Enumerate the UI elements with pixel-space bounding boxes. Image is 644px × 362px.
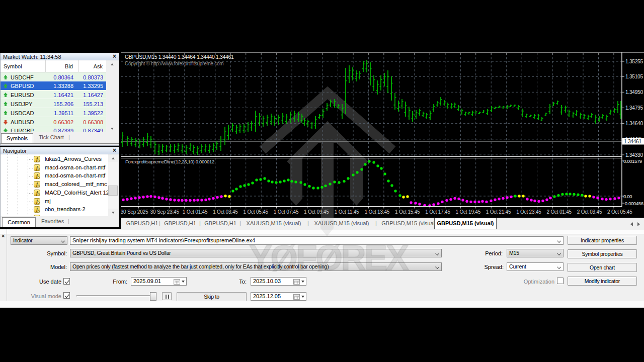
svg-text:-0.000456: -0.000456 [623,201,643,206]
svg-text:1 Oct 19:45: 1 Oct 19:45 [456,209,481,215]
svg-text:1 Oct 21:45: 1 Oct 21:45 [486,209,511,215]
svg-text:2 Oct 01:45: 2 Oct 01:45 [546,209,572,215]
svg-text:1.35255: 1.35255 [625,59,643,64]
svg-text:1 Oct 15:45: 1 Oct 15:45 [395,209,420,215]
svg-text:1 Oct 07:45: 1 Oct 07:45 [274,209,299,215]
svg-text:1.34950: 1.34950 [625,89,643,95]
svg-text:1 Oct 17:45: 1 Oct 17:45 [425,209,450,215]
svg-text:Copyright © http://www.forexpr: Copyright © http://www.forexprofitsuprem… [125,61,223,66]
svg-text:1.35105: 1.35105 [625,74,643,79]
svg-text:1.34330: 1.34330 [625,152,643,158]
svg-text:1 Oct 09:45: 1 Oct 09:45 [304,209,329,215]
svg-text:1 Oct 03:45: 1 Oct 03:45 [213,209,238,215]
svg-text:30 Sep 2025: 30 Sep 2025 [121,209,148,215]
svg-text:2 Oct 05:45: 2 Oct 05:45 [607,209,632,215]
svg-text:GBPUSD,M15 1.34440 1.34464 1.: GBPUSD,M15 1.34440 1.34464 1.34440 1.344… [125,54,234,60]
svg-text:1.34795: 1.34795 [625,105,643,111]
svg-text:1 Oct 23:45: 1 Oct 23:45 [516,209,541,215]
svg-text:1.34640: 1.34640 [625,121,643,126]
svg-text:1 Oct 13:45: 1 Oct 13:45 [365,209,390,215]
svg-text:1 Oct 05:45: 1 Oct 05:45 [243,209,268,215]
svg-text:1 Oct 11:45: 1 Oct 11:45 [335,209,359,215]
svg-text:0.00: 0.00 [623,194,632,199]
svg-text:1.34461: 1.34461 [624,139,641,144]
svg-text:30 Sep 23:45: 30 Sep 23:45 [150,209,180,215]
svg-text:ForexprofitsupremeDline(12,26,: ForexprofitsupremeDline(12,26,10) 0.0000… [125,159,214,164]
svg-text:1 Oct 01:45: 1 Oct 01:45 [183,209,208,215]
svg-text:2 Oct 03:45: 2 Oct 03:45 [577,209,602,215]
svg-text:0.001579: 0.001579 [623,158,642,164]
